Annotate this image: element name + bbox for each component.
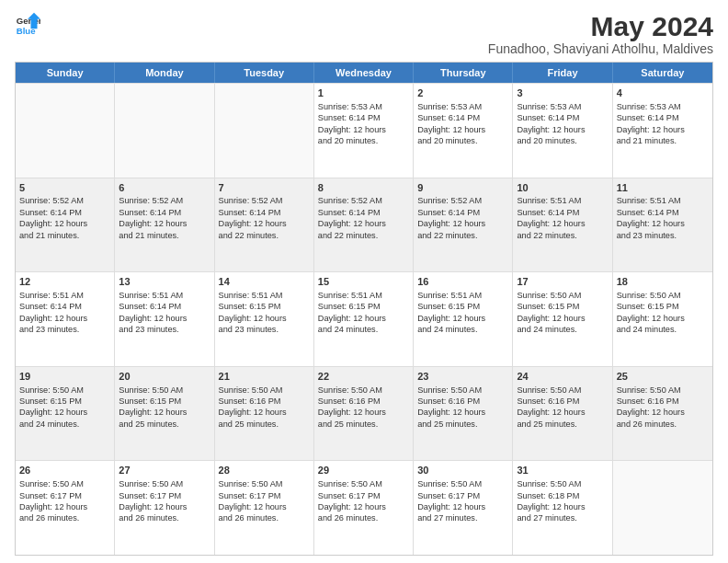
day-info: Sunrise: 5:50 AM Sunset: 6:17 PM Dayligh…: [119, 479, 187, 523]
calendar-cell: 20Sunrise: 5:50 AM Sunset: 6:15 PM Dayli…: [115, 367, 214, 461]
day-number: 29: [318, 464, 409, 477]
day-number: 3: [517, 86, 608, 100]
day-info: Sunrise: 5:51 AM Sunset: 6:15 PM Dayligh…: [417, 291, 485, 334]
main-title: May 2024: [488, 11, 713, 41]
day-number: 19: [19, 370, 110, 384]
week-5: 26Sunrise: 5:50 AM Sunset: 6:17 PM Dayli…: [16, 460, 712, 555]
calendar-cell: [613, 461, 712, 555]
calendar-cell: 9Sunrise: 5:52 AM Sunset: 6:14 PM Daylig…: [414, 178, 513, 272]
calendar-cell: [115, 84, 214, 178]
header-thursday: Thursday: [414, 63, 513, 83]
day-info: Sunrise: 5:50 AM Sunset: 6:15 PM Dayligh…: [517, 291, 585, 334]
day-info: Sunrise: 5:50 AM Sunset: 6:15 PM Dayligh…: [617, 291, 685, 334]
day-info: Sunrise: 5:53 AM Sunset: 6:14 PM Dayligh…: [417, 102, 485, 145]
day-number: 22: [318, 370, 409, 384]
calendar-cell: 1Sunrise: 5:53 AM Sunset: 6:14 PM Daylig…: [314, 84, 414, 178]
calendar-cell: 30Sunrise: 5:50 AM Sunset: 6:17 PM Dayli…: [414, 461, 513, 555]
calendar-cell: 15Sunrise: 5:51 AM Sunset: 6:15 PM Dayli…: [314, 272, 414, 366]
calendar-cell: 21Sunrise: 5:50 AM Sunset: 6:16 PM Dayli…: [215, 367, 314, 461]
calendar-cell: 5Sunrise: 5:52 AM Sunset: 6:14 PM Daylig…: [16, 178, 115, 272]
calendar-cell: 27Sunrise: 5:50 AM Sunset: 6:17 PM Dayli…: [115, 461, 214, 555]
day-info: Sunrise: 5:50 AM Sunset: 6:17 PM Dayligh…: [219, 479, 287, 523]
calendar-cell: 12Sunrise: 5:51 AM Sunset: 6:14 PM Dayli…: [16, 272, 115, 366]
day-info: Sunrise: 5:50 AM Sunset: 6:17 PM Dayligh…: [19, 479, 87, 523]
calendar-cell: 14Sunrise: 5:51 AM Sunset: 6:15 PM Dayli…: [215, 272, 314, 366]
day-number: 12: [19, 275, 110, 289]
calendar-cell: 28Sunrise: 5:50 AM Sunset: 6:17 PM Dayli…: [215, 461, 314, 555]
day-info: Sunrise: 5:50 AM Sunset: 6:15 PM Dayligh…: [119, 385, 187, 429]
day-info: Sunrise: 5:50 AM Sunset: 6:16 PM Dayligh…: [417, 385, 485, 429]
day-info: Sunrise: 5:50 AM Sunset: 6:17 PM Dayligh…: [318, 479, 386, 523]
day-info: Sunrise: 5:51 AM Sunset: 6:14 PM Dayligh…: [617, 196, 685, 239]
calendar-cell: [215, 84, 314, 178]
calendar-cell: 4Sunrise: 5:53 AM Sunset: 6:14 PM Daylig…: [613, 84, 712, 178]
day-number: 6: [119, 181, 210, 195]
calendar-cell: 8Sunrise: 5:52 AM Sunset: 6:14 PM Daylig…: [314, 178, 414, 272]
calendar-cell: 29Sunrise: 5:50 AM Sunset: 6:17 PM Dayli…: [314, 461, 414, 555]
day-number: 2: [417, 86, 508, 100]
day-number: 14: [219, 275, 310, 289]
day-info: Sunrise: 5:53 AM Sunset: 6:14 PM Dayligh…: [617, 102, 685, 145]
calendar-cell: 26Sunrise: 5:50 AM Sunset: 6:17 PM Dayli…: [16, 461, 115, 555]
calendar-cell: 23Sunrise: 5:50 AM Sunset: 6:16 PM Dayli…: [414, 367, 513, 461]
week-4: 19Sunrise: 5:50 AM Sunset: 6:15 PM Dayli…: [16, 366, 712, 461]
day-info: Sunrise: 5:52 AM Sunset: 6:14 PM Dayligh…: [219, 196, 287, 239]
day-number: 1: [318, 86, 409, 100]
day-info: Sunrise: 5:52 AM Sunset: 6:14 PM Dayligh…: [318, 196, 386, 239]
day-info: Sunrise: 5:50 AM Sunset: 6:18 PM Dayligh…: [517, 479, 585, 523]
day-info: Sunrise: 5:51 AM Sunset: 6:14 PM Dayligh…: [119, 291, 187, 334]
calendar-cell: 11Sunrise: 5:51 AM Sunset: 6:14 PM Dayli…: [613, 178, 712, 272]
day-number: 24: [517, 370, 608, 384]
day-info: Sunrise: 5:51 AM Sunset: 6:14 PM Dayligh…: [19, 291, 87, 334]
calendar-cell: 2Sunrise: 5:53 AM Sunset: 6:14 PM Daylig…: [414, 84, 513, 178]
day-info: Sunrise: 5:50 AM Sunset: 6:16 PM Dayligh…: [318, 385, 386, 429]
header-sunday: Sunday: [16, 63, 115, 83]
day-info: Sunrise: 5:52 AM Sunset: 6:14 PM Dayligh…: [119, 196, 187, 239]
calendar-cell: 6Sunrise: 5:52 AM Sunset: 6:14 PM Daylig…: [115, 178, 214, 272]
calendar-cell: 16Sunrise: 5:51 AM Sunset: 6:15 PM Dayli…: [414, 272, 513, 366]
day-number: 18: [617, 275, 709, 289]
day-number: 20: [119, 370, 210, 384]
header-monday: Monday: [115, 63, 214, 83]
day-number: 27: [119, 464, 210, 477]
day-number: 15: [318, 275, 409, 289]
header: General Blue May 2024 Funadhoo, Shaviyan…: [15, 11, 713, 56]
logo-icon: General Blue: [15, 11, 40, 37]
day-number: 31: [517, 464, 608, 477]
day-number: 25: [617, 370, 709, 384]
header-friday: Friday: [513, 63, 612, 83]
day-number: 21: [219, 370, 310, 384]
week-1: 1Sunrise: 5:53 AM Sunset: 6:14 PM Daylig…: [16, 83, 712, 178]
day-info: Sunrise: 5:52 AM Sunset: 6:14 PM Dayligh…: [417, 196, 485, 239]
day-number: 7: [219, 181, 310, 195]
calendar-cell: 13Sunrise: 5:51 AM Sunset: 6:14 PM Dayli…: [115, 272, 214, 366]
subtitle: Funadhoo, Shaviyani Atholhu, Maldives: [488, 41, 713, 56]
calendar-cell: 17Sunrise: 5:50 AM Sunset: 6:15 PM Dayli…: [513, 272, 612, 366]
calendar: Sunday Monday Tuesday Wednesday Thursday…: [15, 62, 713, 556]
calendar-cell: 19Sunrise: 5:50 AM Sunset: 6:15 PM Dayli…: [16, 367, 115, 461]
page: General Blue May 2024 Funadhoo, Shaviyan…: [0, 0, 728, 563]
calendar-cell: 24Sunrise: 5:50 AM Sunset: 6:16 PM Dayli…: [513, 367, 612, 461]
header-wednesday: Wednesday: [314, 63, 414, 83]
logo: General Blue: [15, 11, 40, 37]
day-info: Sunrise: 5:50 AM Sunset: 6:16 PM Dayligh…: [517, 385, 585, 429]
day-info: Sunrise: 5:53 AM Sunset: 6:14 PM Dayligh…: [517, 102, 585, 145]
day-number: 23: [417, 370, 508, 384]
day-number: 13: [119, 275, 210, 289]
day-number: 17: [517, 275, 608, 289]
header-saturday: Saturday: [613, 63, 712, 83]
day-info: Sunrise: 5:50 AM Sunset: 6:17 PM Dayligh…: [417, 479, 485, 523]
week-2: 5Sunrise: 5:52 AM Sunset: 6:14 PM Daylig…: [16, 178, 712, 272]
day-number: 26: [19, 464, 110, 477]
week-3: 12Sunrise: 5:51 AM Sunset: 6:14 PM Dayli…: [16, 271, 712, 366]
calendar-cell: 25Sunrise: 5:50 AM Sunset: 6:16 PM Dayli…: [613, 367, 712, 461]
day-number: 11: [617, 181, 709, 195]
calendar-cell: 10Sunrise: 5:51 AM Sunset: 6:14 PM Dayli…: [513, 178, 612, 272]
day-number: 30: [417, 464, 508, 477]
calendar-header: Sunday Monday Tuesday Wednesday Thursday…: [16, 63, 712, 83]
calendar-cell: 31Sunrise: 5:50 AM Sunset: 6:18 PM Dayli…: [513, 461, 612, 555]
day-info: Sunrise: 5:50 AM Sunset: 6:16 PM Dayligh…: [219, 385, 287, 429]
day-number: 28: [219, 464, 310, 477]
calendar-cell: 7Sunrise: 5:52 AM Sunset: 6:14 PM Daylig…: [215, 178, 314, 272]
calendar-cell: [16, 84, 115, 178]
